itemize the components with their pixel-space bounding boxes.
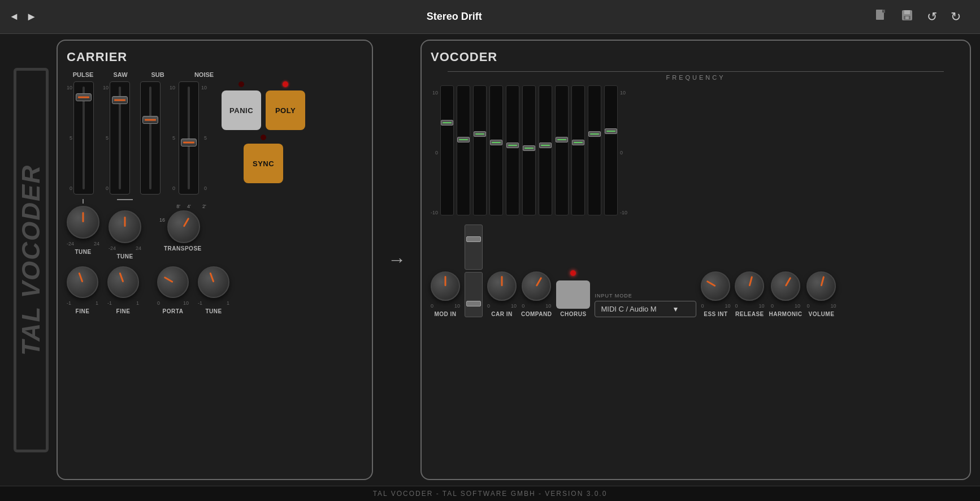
freq-band-5[interactable] — [506, 85, 519, 215]
tune3-knob[interactable] — [198, 266, 229, 298]
poly-button[interactable]: POLY — [266, 90, 305, 130]
mod-in-knob[interactable] — [431, 271, 460, 301]
freq-band-4[interactable] — [489, 85, 503, 215]
chorus-group: CHORUS — [556, 270, 590, 317]
release-knob[interactable] — [735, 271, 764, 301]
save-button[interactable] — [897, 7, 917, 27]
compand-group: 0 10 COMPAND — [521, 271, 552, 317]
transpose-label: TRANSPOSE — [164, 245, 202, 252]
pulse-scale: 10 5 0 — [67, 81, 72, 195]
input-mode-dropdown[interactable]: MIDI C / Audio M ▼ — [595, 301, 696, 317]
tune1-knob[interactable] — [67, 206, 99, 239]
ess-int-knob[interactable] — [701, 271, 730, 301]
chorus-label: CHORUS — [560, 311, 586, 317]
car-in-group: 0 10 CAR IN — [487, 271, 517, 317]
input-mode-label: INPUT MODE — [595, 293, 632, 299]
harmonic-label: HARMONIC — [769, 311, 802, 317]
chorus-button[interactable] — [556, 280, 590, 309]
fine1-knob[interactable] — [67, 266, 98, 298]
freq-band-8[interactable] — [555, 85, 569, 215]
sync-group: SYNC — [244, 135, 283, 183]
noise-label: NOISE — [179, 71, 229, 78]
car-in-label: CAR IN — [491, 311, 512, 317]
harmonic-knob[interactable] — [771, 271, 800, 301]
freq-scale-left: 10 0 -10 — [431, 88, 440, 218]
noise-scale-right: 10 5 0 — [201, 81, 207, 195]
saw-scale: 10 5 0 — [103, 81, 109, 195]
arrow-connector: → — [380, 40, 414, 480]
poly-led — [283, 81, 288, 87]
tune2-range: -24 24 — [109, 245, 141, 251]
prev-preset-button[interactable]: ◄ — [9, 11, 19, 23]
sub-slider[interactable] — [140, 81, 161, 195]
main-content: TAL VOCODER CARRIER PULSE SAW SUB NOISE … — [0, 34, 980, 486]
pulse-label: PULSE — [67, 71, 99, 78]
pulse-slider[interactable] — [73, 81, 94, 195]
saw-slider[interactable] — [110, 81, 130, 195]
top-bar: ◄ ► Stereo Drift ↺ ↻ ► — [0, 0, 980, 34]
preset-name: Stereo Drift — [44, 11, 865, 23]
mod-fader-handle[interactable] — [466, 236, 481, 242]
tune3-range: -1 1 — [198, 300, 229, 306]
volume-label: VOLUME — [809, 311, 835, 317]
input-mode-group: INPUT MODE MIDI C / Audio M ▼ — [595, 293, 696, 317]
ess-int-group: 0 10 ESS INT — [701, 271, 730, 317]
transpose-knob[interactable] — [167, 210, 200, 243]
freq-band-3[interactable] — [473, 85, 487, 215]
fine2-knob[interactable] — [107, 266, 139, 298]
play-button[interactable]: ► — [26, 10, 37, 23]
pulse-slider-group: 10 5 0 — [67, 81, 94, 195]
panic-button[interactable]: PANIC — [222, 90, 261, 130]
panic-group: PANIC — [222, 81, 261, 130]
freq-band-7[interactable] — [539, 85, 552, 215]
svg-rect-3 — [904, 10, 910, 14]
transpose-group: 16 8' 4' 2' TRANSPOSE — [159, 204, 206, 252]
car-in-knob[interactable] — [487, 271, 517, 301]
volume-knob[interactable] — [806, 271, 836, 301]
car-fader-handle[interactable] — [466, 301, 481, 306]
dropdown-arrow-icon: ▼ — [673, 305, 679, 313]
freq-scale-right: 10 0 -10 — [618, 88, 627, 218]
compand-knob[interactable] — [522, 271, 551, 301]
new-button[interactable] — [871, 7, 891, 27]
fine1-group: -1 1 FINE — [67, 266, 98, 314]
release-label: RELEASE — [735, 311, 764, 317]
mod-fader[interactable] — [465, 224, 483, 270]
fine2-range: -1 1 — [107, 300, 139, 306]
release-group: 0 10 RELEASE — [735, 271, 764, 317]
freq-band-6[interactable] — [522, 85, 536, 215]
vocoder-panel: VOCODER FREQUENCY 10 0 -10 — [420, 40, 971, 480]
tune2-knob[interactable] — [109, 210, 141, 243]
freq-band-1[interactable] — [440, 85, 454, 215]
logo: TAL VOCODER — [14, 68, 49, 452]
redo-button[interactable]: ↻ — [947, 7, 964, 27]
freq-band-9[interactable] — [571, 85, 585, 215]
volume-group: 0 10 VOLUME — [806, 271, 836, 317]
noise-slider[interactable] — [179, 81, 199, 195]
buttons-group: PANIC POLY SYNC — [222, 81, 305, 183]
panels-container: CARRIER PULSE SAW SUB NOISE 10 5 0 — [57, 40, 971, 480]
porta-label: PORTA — [163, 308, 184, 314]
porta-knob[interactable] — [157, 266, 189, 298]
sync-button[interactable]: SYNC — [244, 144, 283, 183]
svg-rect-5 — [905, 16, 909, 19]
noise-scale-left: 10 5 0 — [170, 81, 175, 195]
sub-label: SUB — [141, 71, 174, 78]
carrier-knobs-row1: -24 24 TUNE -24 24 TUNE — [67, 204, 363, 260]
freq-sliders-container: 10 0 -10 — [431, 85, 961, 218]
freq-band-11[interactable] — [604, 85, 618, 215]
tune1-range: -24 24 — [67, 241, 99, 247]
carrier-slider-labels: PULSE SAW SUB NOISE — [67, 71, 363, 78]
saw-slider-group: 10 5 0 — [103, 81, 130, 195]
frequency-label: FREQUENCY — [448, 71, 944, 81]
freq-band-10[interactable] — [588, 85, 601, 215]
carrier-top-section: 10 5 0 10 5 0 — [67, 81, 363, 195]
freq-band-2[interactable] — [457, 85, 470, 215]
carrier-knobs-row2: -1 1 FINE -1 1 FINE — [67, 266, 363, 314]
harmonic-group: 0 10 HARMONIC — [769, 271, 802, 317]
car-fader[interactable] — [465, 272, 483, 317]
footer: TAL VOCODER - TAL SOFTWARE GMBH - VERSIO… — [0, 486, 980, 501]
undo-button[interactable]: ↺ — [923, 7, 940, 27]
porta-range: 0 10 — [157, 300, 189, 306]
porta-group: 0 10 PORTA — [157, 266, 189, 314]
